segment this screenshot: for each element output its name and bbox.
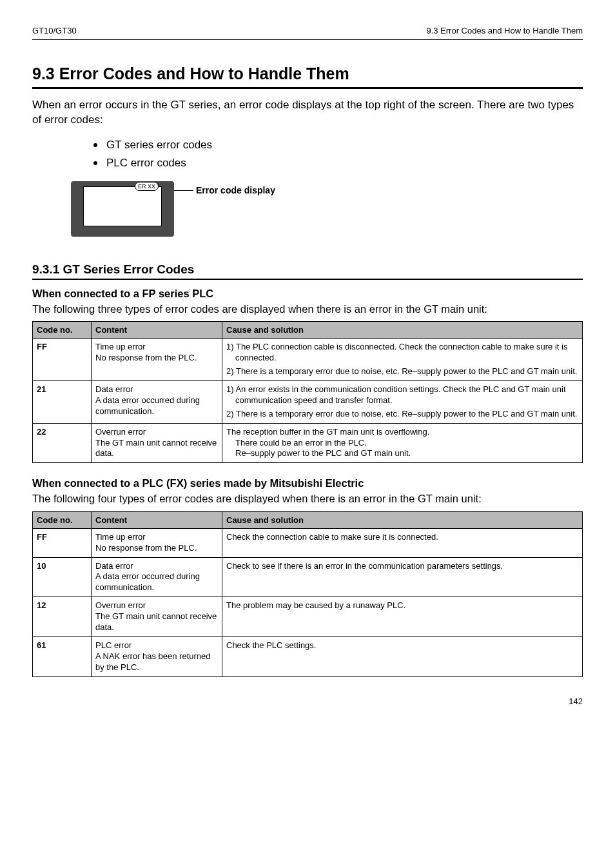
fx-heading: When connected to a PLC (FX) series made… (32, 477, 583, 489)
header-right: 9.3 Error Codes and How to Handle Them (426, 26, 583, 35)
intro-paragraph: When an error occurs in the GT series, a… (32, 98, 583, 128)
table-header: Content (92, 511, 222, 528)
table-row: 22Overrun errorThe GT main unit cannot r… (33, 423, 583, 463)
content-cell: Time up errorNo response from the PLC. (92, 528, 222, 557)
page-header: GT10/GT30 9.3 Error Codes and How to Han… (32, 26, 583, 40)
fp-error-table: Code no. Content Cause and solution FFTi… (32, 321, 583, 463)
subsection-title: 9.3.1 GT Series Error Codes (32, 262, 583, 280)
table-row: FFTime up errorNo response from the PLC.… (33, 339, 583, 381)
content-cell: Overrun errorThe GT main unit cannot rec… (92, 423, 222, 463)
cause-item: 1) The PLC connection cable is disconnec… (226, 342, 578, 364)
table-row: 21Data errorA data error occurred during… (33, 380, 583, 423)
table-header: Cause and solution (222, 322, 583, 339)
fp-paragraph: The following three types of error codes… (32, 302, 583, 316)
header-left: GT10/GT30 (32, 26, 77, 35)
table-row: 10Data errorA data error occurred during… (33, 557, 583, 597)
fx-paragraph: The following four types of error codes … (32, 492, 583, 506)
cause-cell: Check to see if there is an error in the… (222, 557, 583, 597)
code-cell: 61 (33, 636, 92, 676)
code-cell: 12 (33, 597, 92, 637)
device-icon: ER XX (71, 181, 174, 237)
bullet-list: GT series error codes PLC error codes (93, 139, 583, 170)
code-cell: 21 (33, 380, 92, 423)
content-cell: PLC errorA NAK error has been returned b… (92, 636, 222, 676)
table-header: Code no. (33, 322, 92, 339)
list-item: GT series error codes (93, 139, 583, 152)
section-title: 9.3 Error Codes and How to Handle Them (32, 64, 583, 89)
content-cell: Data errorA data error occurred during c… (92, 557, 222, 597)
cause-cell: The problem may be caused by a runaway P… (222, 597, 583, 637)
code-cell: 10 (33, 557, 92, 597)
table-header: Code no. (33, 511, 92, 528)
cause-cell: 1) The PLC connection cable is disconnec… (222, 339, 583, 381)
error-bubble: ER XX (135, 182, 159, 191)
table-row: 61PLC errorA NAK error has been returned… (33, 636, 583, 676)
table-row: 12Overrun errorThe GT main unit cannot r… (33, 597, 583, 637)
content-cell: Overrun errorThe GT main unit cannot rec… (92, 597, 222, 637)
connector-line (174, 190, 193, 191)
fx-error-table: Code no. Content Cause and solution FFTi… (32, 511, 583, 677)
cause-cell: The reception buffer in the GT main unit… (222, 423, 583, 463)
code-cell: FF (33, 528, 92, 557)
error-display-diagram: ER XX Error code display (71, 181, 583, 237)
cause-cell: 1) An error exists in the communication … (222, 380, 583, 423)
cause-item: 2) There is a temporary error due to noi… (226, 366, 578, 377)
cause-cell: Check the PLC settings. (222, 636, 583, 676)
diagram-label: Error code display (196, 185, 275, 195)
cause-item: 2) There is a temporary error due to noi… (226, 409, 578, 420)
cause-item: The reception buffer in the GT main unit… (226, 427, 578, 460)
page-number: 142 (32, 696, 583, 706)
table-row: FFTime up errorNo response from the PLC.… (33, 528, 583, 557)
list-item: PLC error codes (93, 157, 583, 170)
fp-heading: When connected to a FP series PLC (32, 288, 583, 300)
content-cell: Time up errorNo response from the PLC. (92, 339, 222, 381)
cause-item: 1) An error exists in the communication … (226, 384, 578, 406)
table-header: Cause and solution (222, 511, 583, 528)
code-cell: 22 (33, 423, 92, 463)
content-cell: Data errorA data error occurred during c… (92, 380, 222, 423)
table-header: Content (92, 322, 222, 339)
screen-icon: ER XX (83, 186, 162, 226)
cause-cell: Check the connection cable to make sure … (222, 528, 583, 557)
code-cell: FF (33, 339, 92, 381)
